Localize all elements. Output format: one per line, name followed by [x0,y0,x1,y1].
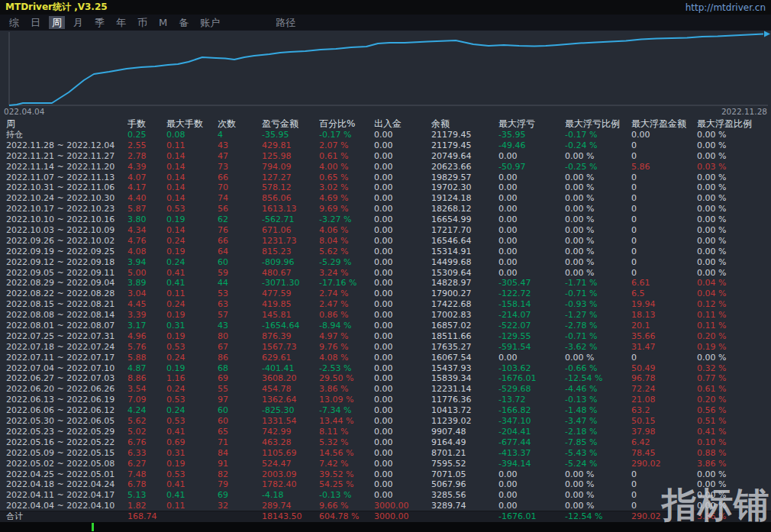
col-header: 最大浮盈比例 [697,118,771,130]
cell: 0.77 % [697,373,771,384]
cell: 4.87 [127,363,166,374]
cell: 6.27 [127,459,166,469]
cell: 0.20 % [697,331,771,342]
menu-item-lujing[interactable]: 路径 [273,16,298,29]
cell: 3.94 [127,257,166,268]
cell: 15839.34 [431,373,498,384]
table-row[interactable]: 2022.11.07 ~ 2022.11.134.070.1466127.270… [0,172,771,183]
cell: 0.19 [166,331,218,342]
menu-item-zhanghu[interactable]: 账户 [197,16,223,29]
cell: 47 [218,151,262,162]
table-row[interactable]: 2022.06.27 ~ 2022.07.038.861.16693608.20… [0,373,771,384]
x-axis-start-label: 022.04.04 [4,107,44,116]
row-label: 2022.07.11 ~ 2022.07.17 [6,353,127,363]
table-row[interactable]: 2022.05.30 ~ 2022.06.055.620.53601331.54… [0,416,771,427]
cell: 0.00 [374,490,431,501]
cell: 44 [218,278,262,289]
table-row[interactable]: 2022.06.06 ~ 2022.06.124.240.2460-825.30… [0,405,771,416]
cell: 97 [218,395,262,405]
menu-item-zhou[interactable]: 周 [49,16,65,29]
table-row[interactable]: 2022.10.03 ~ 2022.10.094.340.1476671.064… [0,225,771,236]
menu-item-bei[interactable]: 备 [176,16,192,29]
cell: 3289.74 [431,501,498,511]
table-row[interactable]: 2022.04.04 ~ 2022.04.101.820.1132289.749… [0,501,771,511]
table-row[interactable]: 2022.09.05 ~ 2022.09.115.000.4159480.673… [0,268,771,279]
cell: 43 [218,140,262,151]
cell: 8701.21 [431,448,498,459]
cell: 19.94 [631,299,697,310]
cell: -12.54 % [565,373,631,384]
menu-item-yue[interactable]: 月 [70,16,86,29]
table-row[interactable]: 2022.08.08 ~ 2022.08.143.390.1957145.810… [0,310,771,321]
cell: 71 [218,437,262,448]
table-row[interactable]: 2022.08.15 ~ 2022.08.214.450.2463419.852… [0,299,771,310]
menu-item-nian[interactable]: 年 [113,16,129,29]
table-row[interactable]: 2022.10.31 ~ 2022.11.064.170.1470578.123… [0,182,771,193]
table-row[interactable]: 2022.05.23 ~ 2022.05.295.020.4165742.998… [0,427,771,437]
table-row[interactable]: 2022.11.21 ~ 2022.11.272.780.1447125.980… [0,151,771,162]
cell: 4.97 % [319,331,374,342]
cell: 8.86 [127,373,166,384]
cell: 3.02 % [319,182,374,193]
cell: 876.39 [262,331,319,342]
cell: 6.33 [127,448,166,459]
cell: 0.00 [374,247,431,257]
table-row[interactable]: 2022.06.20 ~ 2022.06.263.540.2455454.783… [0,384,771,395]
row-label: 2022.04.04 ~ 2022.04.10 [6,501,127,511]
vendor-url-link[interactable]: http://mtdriver.cn [686,2,766,13]
cell: -7.34 % [319,405,374,416]
table-row[interactable]: 2022.09.12 ~ 2022.09.183.940.2460-809.96… [0,257,771,268]
cell: 7071.05 [431,469,498,480]
cell: 17422.68 [431,299,498,310]
row-label: 2022.06.20 ~ 2022.06.26 [6,384,127,395]
cell: 0.00 % [697,204,771,214]
table-row[interactable]: 2022.08.01 ~ 2022.08.073.170.3143-1654.6… [0,321,771,331]
row-label: 2022.09.12 ~ 2022.09.18 [6,257,127,268]
table-row[interactable]: 2022.07.18 ~ 2022.07.245.760.53671567.73… [0,342,771,353]
cell: 68 [218,363,262,374]
table-row[interactable]: 2022.08.29 ~ 2022.09.043.890.4144-3071.3… [0,278,771,289]
table-row[interactable]: 2022.08.22 ~ 2022.08.283.040.1153477.592… [0,289,771,299]
cell: 168.74 [127,511,166,522]
table-row[interactable]: 2022.10.24 ~ 2022.10.304.400.1474856.064… [0,193,771,204]
table-row[interactable]: 2022.04.18 ~ 2022.04.246.780.41791782.40… [0,479,771,490]
table-row[interactable]: 2022.11.14 ~ 2022.11.204.390.1473794.094… [0,162,771,172]
table-row[interactable]: 2022.07.11 ~ 2022.07.175.880.2486629.614… [0,353,771,363]
position-row[interactable]: 持仓0.250.084-35.95-0.17 %0.0021179.45-35.… [0,130,771,140]
cell: 4.39 [127,162,166,172]
table-row[interactable]: 2022.10.10 ~ 2022.10.163.800.1962-562.71… [0,214,771,225]
cell: -3071.30 [262,278,319,289]
cell: 0.00 % [697,214,771,225]
menu-item-ri[interactable]: 日 [27,16,44,29]
cell: 0.00 [498,172,565,183]
cell: 463.28 [262,437,319,448]
cell: 0.14 [166,182,218,193]
menu-item-M[interactable]: M [156,16,170,29]
cell: 9.76 % [319,342,374,353]
table-row[interactable]: 2022.04.25 ~ 2022.05.017.480.53822003.09… [0,469,771,480]
cell: 53 [218,289,262,299]
row-label: 2022.10.10 ~ 2022.10.16 [6,214,127,225]
cell: 5.87 [127,204,166,214]
table-row[interactable]: 2022.10.17 ~ 2022.10.235.870.53561613.13… [0,204,771,214]
menu-item-bi[interactable]: 币 [134,16,150,29]
table-row[interactable]: 2022.07.04 ~ 2022.07.104.870.1968-401.41… [0,363,771,374]
table-row[interactable]: 2022.04.11 ~ 2022.04.175.130.4169-4.18-0… [0,490,771,501]
table-row[interactable]: 2022.09.19 ~ 2022.09.254.080.1964815.235… [0,247,771,257]
menu-item-zong[interactable]: 综 [6,16,22,29]
table-row[interactable]: 2022.07.25 ~ 2022.07.314.960.1980876.394… [0,331,771,342]
menu-item-ji[interactable]: 季 [92,16,108,29]
table-row[interactable]: 2022.11.28 ~ 2022.12.042.550.1143429.812… [0,140,771,151]
table-row[interactable]: 2022.05.16 ~ 2022.05.226.760.6971463.285… [0,437,771,448]
table-row[interactable]: 2022.06.13 ~ 2022.06.197.090.53971362.64… [0,395,771,405]
cell: 0.00 [374,214,431,225]
cell: 15309.64 [431,268,498,279]
scroll-position-indicator[interactable] [92,523,94,531]
table-row[interactable]: 2022.05.02 ~ 2022.05.086.270.1991524.477… [0,459,771,469]
table-row[interactable]: 2022.05.09 ~ 2022.05.156.330.31841105.69… [0,448,771,459]
bottom-scroll-strip[interactable] [0,522,771,532]
cell: 0.00 % [697,172,771,183]
cell: 0.11 % [697,321,771,331]
cell: 0.00 % [565,257,631,268]
table-row[interactable]: 2022.09.26 ~ 2022.10.024.760.24661231.73… [0,236,771,247]
